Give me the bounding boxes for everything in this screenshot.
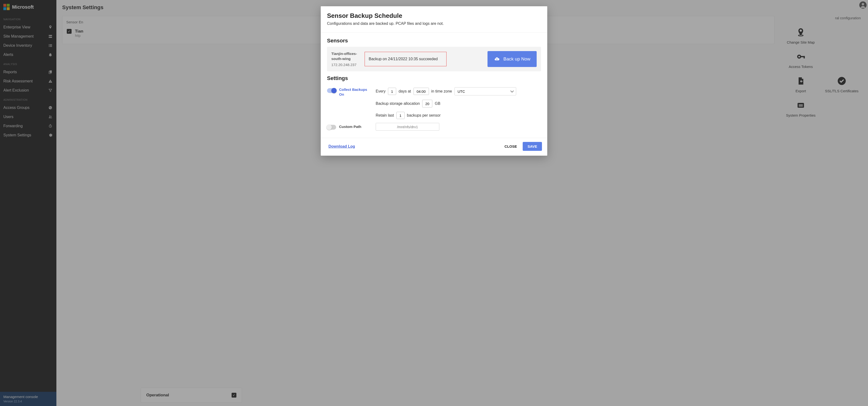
retain-row: Retain last backups per sensor bbox=[376, 112, 541, 119]
storage-row: Backup storage allocation GB bbox=[376, 100, 541, 107]
backup-schedule-modal: Sensor Backup Schedule Configurations an… bbox=[321, 6, 547, 156]
backup-now-label: Back up Now bbox=[503, 56, 530, 62]
storage-input[interactable] bbox=[422, 100, 432, 107]
collect-backups-label: Collect Backups On bbox=[339, 87, 370, 97]
sensor-name: Tianjin-offices-south-wing bbox=[331, 51, 360, 61]
modal-overlay: Sensor Backup Schedule Configurations an… bbox=[0, 0, 868, 406]
cloud-upload-icon bbox=[494, 56, 500, 62]
days-at-label: days at bbox=[399, 89, 411, 93]
schedule-row: Every days at in time zone UTC bbox=[376, 87, 541, 95]
custom-path-input[interactable] bbox=[376, 123, 439, 131]
modal-title: Sensor Backup Schedule bbox=[327, 12, 541, 20]
sensor-block: Tianjin-offices-south-wing 172.20.248.23… bbox=[327, 47, 541, 71]
settings-header: Settings bbox=[327, 75, 541, 82]
backup-status-box: Backup on 24/11/2022 10:35 succeeded bbox=[365, 52, 446, 66]
close-button[interactable]: CLOSE bbox=[501, 142, 521, 151]
retain-suffix: backups per sensor bbox=[407, 113, 441, 118]
sensor-ip: 172.20.248.237 bbox=[331, 63, 360, 67]
save-button[interactable]: SAVE bbox=[523, 142, 542, 151]
days-input[interactable] bbox=[388, 88, 396, 95]
retain-input[interactable] bbox=[396, 112, 405, 119]
timezone-select[interactable]: UTC bbox=[455, 87, 516, 95]
tz-label: in time zone bbox=[431, 89, 452, 93]
storage-suffix: GB bbox=[435, 101, 440, 106]
backup-now-button[interactable]: Back up Now bbox=[488, 51, 537, 67]
storage-prefix: Backup storage allocation bbox=[376, 101, 420, 106]
download-log-link[interactable]: Download Log bbox=[329, 144, 355, 149]
modal-subtitle: Configurations and data are backed up. P… bbox=[327, 22, 541, 26]
custom-path-label: Custom Path bbox=[339, 124, 362, 129]
modal-footer: Download Log CLOSE SAVE bbox=[321, 138, 547, 156]
collect-backups-toggle[interactable] bbox=[327, 88, 336, 93]
custom-path-toggle[interactable] bbox=[327, 125, 336, 130]
sensors-header: Sensors bbox=[327, 38, 541, 44]
every-label: Every bbox=[376, 89, 385, 93]
retain-prefix: Retain last bbox=[376, 113, 394, 118]
time-input[interactable] bbox=[413, 88, 429, 95]
